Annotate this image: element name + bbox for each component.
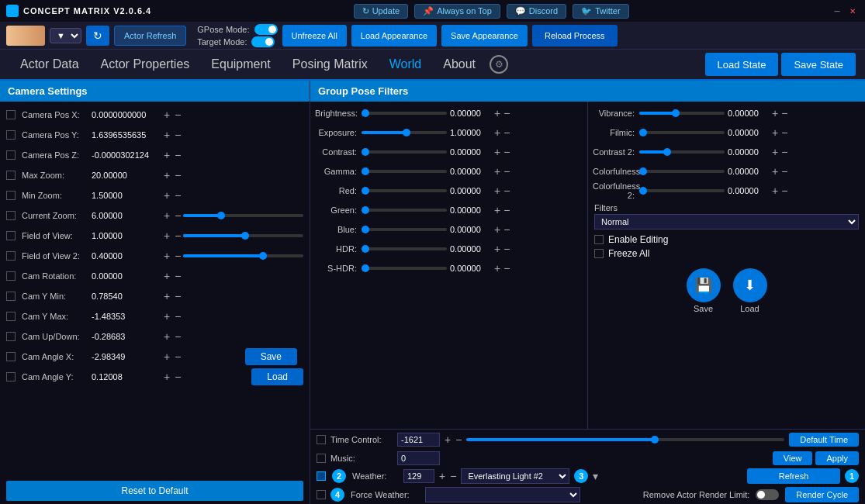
fov2-slider[interactable] — [183, 254, 303, 257]
camera-pos-x-checkbox[interactable] — [6, 110, 16, 119]
time-control-plus[interactable]: + — [445, 433, 451, 446]
cam-rotation-plus[interactable]: + — [161, 270, 172, 282]
gpose-toggle[interactable] — [254, 24, 278, 35]
update-button[interactable]: ↻ Update — [354, 4, 408, 19]
view-button[interactable]: View — [773, 451, 813, 465]
time-slider-thumb[interactable] — [651, 436, 659, 444]
contrast-plus[interactable]: + — [493, 146, 502, 158]
fov-checkbox[interactable] — [6, 231, 16, 240]
brightness-minus[interactable]: − — [502, 107, 511, 119]
refresh-button[interactable]: Refresh — [747, 468, 840, 484]
weather-minus[interactable]: − — [450, 470, 456, 482]
contrast2-plus[interactable]: + — [770, 146, 780, 158]
time-control-input[interactable] — [397, 433, 440, 447]
actor-dropdown[interactable]: ▼ — [50, 28, 81, 43]
max-zoom-checkbox[interactable] — [6, 171, 16, 180]
weather-checkbox[interactable] — [317, 471, 326, 481]
current-zoom-plus[interactable]: + — [161, 209, 172, 222]
minimize-button[interactable]: ─ — [831, 5, 843, 17]
colorfulness-minus[interactable]: − — [780, 165, 789, 178]
filmic-minus[interactable]: − — [780, 126, 789, 139]
red-plus[interactable]: + — [493, 185, 502, 197]
colorfulness-plus[interactable]: + — [770, 165, 780, 178]
nav-equipment[interactable]: Equipment — [200, 49, 282, 80]
colorfulness2-minus[interactable]: − — [780, 185, 789, 197]
fov2-plus[interactable]: + — [161, 250, 172, 262]
contrast2-slider[interactable] — [639, 150, 725, 154]
time-slider[interactable] — [466, 438, 784, 441]
shdr-slider[interactable] — [362, 267, 447, 270]
filmic-plus[interactable]: + — [770, 126, 780, 139]
camera-pos-y-checkbox[interactable] — [6, 130, 16, 140]
brightness-plus[interactable]: + — [493, 107, 502, 119]
weather-plus[interactable]: + — [439, 470, 445, 482]
cam-angle-x-checkbox[interactable] — [6, 352, 16, 361]
cam-y-max-minus[interactable]: − — [172, 310, 183, 323]
current-zoom-slider[interactable] — [183, 214, 303, 217]
cam-angle-y-plus[interactable]: + — [161, 371, 172, 383]
actor-refresh-button[interactable]: Actor Refresh — [114, 26, 186, 46]
gp-save-button[interactable]: 💾 — [687, 268, 721, 302]
hdr-slider[interactable] — [362, 247, 447, 250]
colorfulness2-slider[interactable] — [639, 189, 725, 192]
blue-minus[interactable]: − — [502, 223, 511, 236]
camera-pos-z-plus[interactable]: + — [161, 149, 172, 161]
colorfulness2-plus[interactable]: + — [770, 185, 780, 197]
exposure-minus[interactable]: − — [502, 126, 511, 139]
discord-button[interactable]: 💬 Discord — [507, 4, 566, 19]
exposure-plus[interactable]: + — [493, 126, 502, 139]
fov-thumb[interactable] — [241, 232, 249, 240]
cam-rotation-minus[interactable]: − — [172, 270, 183, 282]
hdr-plus[interactable]: + — [493, 243, 502, 255]
max-zoom-minus[interactable]: − — [172, 169, 183, 181]
colorfulness-slider[interactable] — [639, 170, 725, 173]
contrast-slider[interactable] — [362, 150, 447, 154]
gamma-plus[interactable]: + — [493, 165, 502, 178]
camera-pos-z-checkbox[interactable] — [6, 150, 16, 160]
exposure-slider[interactable] — [362, 131, 447, 134]
render-cycle-button[interactable]: Render Cycle — [785, 487, 859, 502]
cam-y-min-checkbox[interactable] — [6, 292, 16, 301]
cam-updown-minus[interactable]: − — [172, 330, 183, 343]
vibrance-slider[interactable] — [639, 112, 725, 115]
brightness-slider[interactable] — [362, 112, 447, 115]
default-time-button[interactable]: Default Time — [789, 433, 859, 447]
contrast2-minus[interactable]: − — [780, 146, 789, 158]
load-state-button[interactable]: Load State — [705, 53, 779, 76]
green-minus[interactable]: − — [502, 204, 511, 216]
hdr-minus[interactable]: − — [502, 243, 511, 255]
freeze-all-checkbox[interactable] — [594, 249, 604, 258]
fov-plus[interactable]: + — [161, 230, 172, 242]
render-toggle[interactable] — [756, 489, 779, 500]
reset-to-default-button[interactable]: Reset to Default — [6, 481, 303, 501]
cam-rotation-checkbox[interactable] — [6, 271, 16, 281]
current-zoom-thumb[interactable] — [217, 212, 225, 219]
camera-pos-y-plus[interactable]: + — [161, 129, 172, 141]
save-state-button[interactable]: Save State — [781, 53, 856, 76]
always-on-top-button[interactable]: 📌 Always on Top — [414, 4, 500, 19]
refresh-icon-button[interactable]: ↻ — [86, 26, 109, 46]
shdr-minus[interactable]: − — [502, 262, 511, 274]
force-weather-select[interactable] — [425, 487, 580, 502]
nav-posing-matrix[interactable]: Posing Matrix — [282, 49, 379, 80]
gamma-slider[interactable] — [362, 170, 447, 173]
target-toggle[interactable] — [251, 36, 275, 47]
vibrance-minus[interactable]: − — [780, 107, 789, 119]
fov2-thumb[interactable] — [259, 252, 267, 260]
save-appearance-button[interactable]: Save Appearance — [441, 25, 528, 47]
camera-pos-x-minus[interactable]: − — [172, 109, 183, 121]
gp-load-button[interactable]: ⬇ — [733, 268, 767, 302]
fov2-checkbox[interactable] — [6, 251, 16, 261]
cam-updown-plus[interactable]: + — [161, 330, 172, 343]
weather-dropdown-arrow[interactable]: ▾ — [593, 470, 598, 482]
cam-y-max-plus[interactable]: + — [161, 310, 172, 323]
blue-slider[interactable] — [362, 228, 447, 231]
enable-editing-checkbox[interactable] — [594, 235, 604, 244]
current-zoom-checkbox[interactable] — [6, 211, 16, 220]
cam-angle-x-plus[interactable]: + — [161, 350, 172, 363]
shdr-plus[interactable]: + — [493, 262, 502, 274]
reload-process-button[interactable]: Reload Process — [532, 25, 618, 47]
fov2-minus[interactable]: − — [172, 250, 183, 262]
red-slider[interactable] — [362, 189, 447, 192]
cam-updown-checkbox[interactable] — [6, 332, 16, 341]
